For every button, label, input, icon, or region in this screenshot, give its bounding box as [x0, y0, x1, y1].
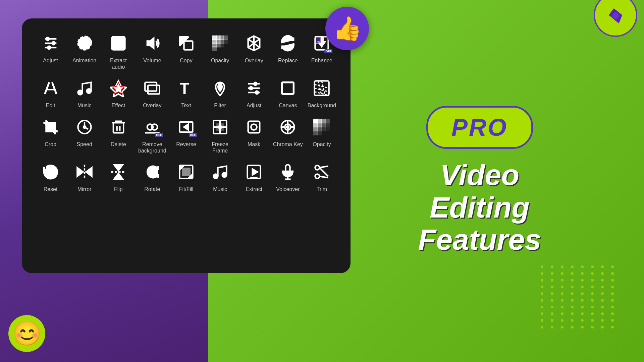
dot [591, 292, 594, 295]
reset-label: Reset [44, 186, 58, 192]
tool-mask[interactable]: Mask [239, 116, 269, 154]
dot [561, 286, 564, 288]
dot [571, 326, 574, 328]
dot [561, 326, 564, 328]
tool-reset[interactable]: Reset [35, 161, 66, 192]
crop-icon [39, 116, 62, 138]
tool-edit[interactable]: Edit [35, 77, 66, 109]
tool-reverse[interactable]: OFF Reverse [171, 116, 201, 154]
trim-label: Trim [317, 186, 327, 192]
tool-adjust[interactable]: Adjust [35, 32, 66, 70]
tool-background[interactable]: Background [307, 77, 337, 109]
tool-mirror[interactable]: Mirror [69, 161, 100, 192]
svg-marker-98 [114, 173, 123, 179]
headline-line2: Editing [418, 191, 541, 224]
enhance-off-badge: OFF [324, 49, 332, 53]
tool-copy[interactable]: Copy [171, 32, 201, 70]
tool-volume[interactable]: Volume [137, 32, 167, 70]
tool-canvas[interactable]: Canvas [273, 77, 303, 109]
svg-point-101 [214, 174, 218, 178]
dot [571, 299, 574, 302]
svg-rect-37 [145, 82, 157, 91]
dot [581, 279, 584, 282]
dot [571, 279, 574, 282]
tool-filter[interactable]: Filter [205, 77, 235, 109]
tool-text[interactable]: T Text [171, 77, 201, 109]
tool-freeze-frame[interactable]: Freeze Frame [205, 116, 235, 154]
dot [581, 286, 584, 288]
tool-trim[interactable]: Trim [307, 161, 337, 192]
tool-overlay2[interactable]: Overlay [137, 77, 167, 109]
dot [591, 319, 594, 322]
dot [551, 299, 553, 302]
dot [561, 319, 564, 322]
svg-rect-90 [326, 127, 330, 131]
headline-line3: Features [418, 224, 541, 256]
svg-point-33 [78, 90, 82, 95]
tool-adjust2[interactable]: Adjust [239, 77, 269, 109]
tool-extract[interactable]: Extract [239, 161, 269, 192]
tool-overlay[interactable]: Overlay [239, 32, 269, 70]
headline-line1: Video [418, 159, 541, 191]
dot [551, 272, 553, 275]
tool-replace[interactable]: Replace [273, 32, 303, 70]
svg-point-4 [52, 42, 55, 45]
dot [581, 326, 584, 328]
adjust-label: Adjust [43, 57, 58, 64]
animation-label: Animation [72, 57, 96, 64]
tool-animation[interactable]: Animation [69, 32, 100, 70]
dot [541, 306, 543, 308]
svg-rect-14 [220, 36, 224, 40]
svg-marker-104 [253, 169, 258, 175]
dot [551, 319, 553, 322]
tool-chroma-key[interactable]: Chroma Key [273, 116, 303, 154]
svg-point-56 [83, 126, 86, 128]
tool-delete[interactable]: Delete [103, 116, 133, 154]
svg-marker-95 [86, 168, 92, 176]
delete-label: Delete [111, 141, 126, 147]
tool-music[interactable]: Music [69, 77, 100, 109]
dot [591, 312, 594, 315]
reverse-off-badge: OFF [189, 133, 197, 137]
dot [601, 326, 604, 328]
tool-voiceover[interactable]: Voiceover [273, 161, 303, 192]
overlay2-icon [141, 77, 164, 100]
tools-grid: Adjust Animation Extract a [29, 28, 344, 196]
tool-flip[interactable]: Flip [103, 161, 133, 192]
adjust2-icon [243, 77, 265, 100]
dot [591, 326, 594, 328]
svg-line-30 [45, 82, 49, 94]
delete-icon [107, 116, 130, 138]
svg-rect-86 [326, 123, 330, 127]
fit-fill-label: Fit/Fill [179, 186, 194, 192]
tool-remove-bg[interactable]: OFF Remove background [137, 116, 167, 154]
tool-effect[interactable]: Effect [103, 77, 133, 109]
svg-point-5 [48, 46, 51, 49]
dot [551, 306, 553, 308]
extract-label: Extract [246, 186, 262, 192]
tool-opacity[interactable]: Opacity [205, 32, 235, 70]
svg-rect-38 [148, 85, 160, 94]
dot [611, 326, 614, 328]
tool-extract-audio[interactable]: Extract audio [103, 32, 133, 70]
adjust-icon [39, 32, 62, 55]
fit-fill-icon [175, 161, 198, 183]
tool-fit-fill[interactable]: Fit/Fill [171, 161, 201, 192]
dot [541, 286, 543, 288]
svg-point-102 [222, 173, 227, 177]
replace-label: Replace [278, 57, 298, 64]
tool-rotate[interactable]: Rotate [137, 161, 167, 192]
dot [561, 265, 564, 268]
tool-opacity2[interactable]: Opacity [307, 116, 337, 154]
enhance-label: Enhance [311, 57, 332, 64]
tool-crop[interactable]: Crop [35, 116, 66, 154]
dot [611, 292, 614, 295]
tool-speed[interactable]: Speed [69, 116, 100, 154]
flip-label: Flip [114, 186, 123, 192]
svg-rect-70 [248, 121, 260, 133]
svg-point-114 [612, 12, 619, 19]
dot [581, 306, 584, 308]
svg-rect-79 [314, 119, 318, 123]
tool-music2[interactable]: Music [205, 161, 235, 192]
dot [611, 319, 614, 322]
